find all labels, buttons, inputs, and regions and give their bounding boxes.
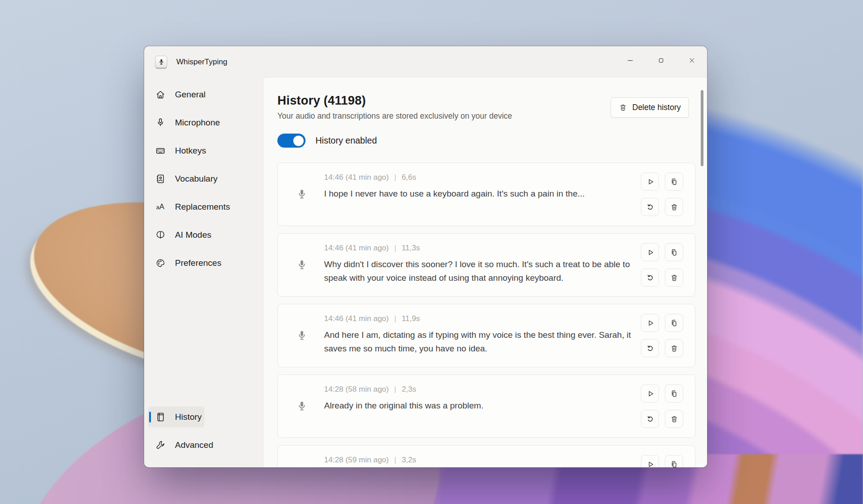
- copy-button[interactable]: [665, 455, 683, 467]
- history-entry-card: 14:28 (58 min ago) | 2,3s Already in the…: [277, 374, 695, 438]
- sidebar-spacer: [148, 281, 259, 407]
- page-header: History (41198) Your audio and transcrip…: [277, 94, 512, 121]
- entry-meta: 14:28 (58 min ago) | 2,3s: [324, 384, 632, 394]
- app-window: WhisperTyping General Microphone Hotkeys…: [144, 46, 707, 467]
- sidebar-item-general[interactable]: General: [148, 84, 208, 105]
- mic-icon: [296, 234, 308, 296]
- app-icon: [155, 56, 167, 68]
- copy-button[interactable]: [665, 384, 683, 403]
- nav-item-label: Replacements: [175, 202, 230, 212]
- entry-separator: |: [394, 173, 396, 182]
- sidebar-item-history[interactable]: History: [148, 407, 204, 427]
- sidebar-item-vocabulary[interactable]: Vocabulary: [148, 168, 220, 189]
- desktop: WhisperTyping General Microphone Hotkeys…: [0, 0, 863, 504]
- sidebar-nav-top: General Microphone Hotkeys Vocabulary Re…: [148, 84, 259, 281]
- close-button[interactable]: [676, 46, 707, 74]
- nav-item-label: AI Modes: [175, 230, 211, 240]
- trash-icon: [619, 103, 627, 112]
- copy-button[interactable]: [665, 314, 683, 332]
- content-panel: History (41198) Your audio and transcrip…: [263, 77, 707, 467]
- delete-history-label: Delete history: [632, 103, 681, 112]
- play-button[interactable]: [641, 173, 659, 191]
- entry-text: Why didn't I discover this sooner? I lov…: [324, 258, 632, 285]
- entry-separator: |: [394, 456, 396, 465]
- entry-time: 14:46 (41 min ago): [324, 173, 389, 182]
- entry-actions: [641, 163, 683, 226]
- mic-icon: [296, 163, 308, 226]
- delete-button[interactable]: [665, 198, 683, 216]
- sidebar: General Microphone Hotkeys Vocabulary Re…: [144, 78, 263, 467]
- entry-duration: 11,9s: [402, 314, 420, 323]
- nav-item-label: History: [175, 412, 202, 422]
- history-entry-card: 14:46 (41 min ago) | 11,3s Why didn't I …: [277, 233, 695, 297]
- history-enabled-toggle[interactable]: [277, 134, 305, 148]
- sidebar-item-advanced[interactable]: Advanced: [148, 435, 216, 456]
- titlebar: WhisperTyping: [144, 46, 707, 78]
- entry-body: 14:28 (59 min ago) | 3,2s: [324, 446, 632, 467]
- entry-meta: 14:46 (41 min ago) | 6,6s: [324, 173, 632, 182]
- nav-item-label: Hotkeys: [175, 146, 206, 156]
- history-toggle-row: History enabled: [277, 134, 377, 148]
- play-button[interactable]: [641, 314, 659, 332]
- copy-button[interactable]: [665, 243, 683, 261]
- entry-actions: [641, 234, 683, 296]
- entry-duration: 11,3s: [402, 244, 420, 253]
- delete-history-button[interactable]: Delete history: [611, 97, 689, 118]
- retry-button[interactable]: [641, 198, 659, 216]
- entry-duration: 6,6s: [402, 173, 416, 182]
- history-entry-card: 14:46 (41 min ago) | 6,6s I hope I never…: [277, 163, 695, 226]
- mic-icon: [296, 304, 308, 367]
- nav-item-label: Vocabulary: [175, 174, 218, 184]
- book-icon: [155, 412, 166, 422]
- brain-icon: [155, 230, 166, 240]
- sidebar-item-preferences[interactable]: Preferences: [148, 253, 224, 274]
- nav-item-label: Microphone: [175, 118, 220, 128]
- window-controls: [615, 46, 707, 74]
- entry-meta: 14:46 (41 min ago) | 11,9s: [324, 314, 632, 324]
- entry-body: 14:46 (41 min ago) | 6,6s I hope I never…: [324, 163, 632, 226]
- retry-button[interactable]: [641, 339, 659, 357]
- sidebar-item-microphone[interactable]: Microphone: [148, 112, 223, 133]
- sidebar-item-hotkeys[interactable]: Hotkeys: [148, 140, 209, 161]
- nav-item-label: General: [175, 90, 206, 100]
- entry-body: 14:46 (41 min ago) | 11,3s Why didn't I …: [324, 234, 632, 296]
- play-button[interactable]: [641, 455, 659, 467]
- entry-separator: |: [394, 244, 396, 253]
- mic-outline-icon: [155, 117, 166, 128]
- entry-time: 14:46 (41 min ago): [324, 314, 389, 323]
- page-subtitle: Your audio and transcriptions are stored…: [277, 111, 512, 121]
- entry-time: 14:28 (58 min ago): [324, 385, 389, 394]
- delete-button[interactable]: [665, 339, 683, 357]
- sidebar-item-replacements[interactable]: Replacements: [148, 197, 233, 217]
- history-entry-card: 14:46 (41 min ago) | 11,9s And here I am…: [277, 304, 695, 367]
- entry-duration: 2,3s: [402, 385, 416, 394]
- toggle-knob: [293, 135, 304, 146]
- entry-actions: [641, 446, 683, 467]
- entry-body: 14:28 (58 min ago) | 2,3s Already in the…: [324, 375, 632, 437]
- entry-time: 14:28 (59 min ago): [324, 456, 389, 465]
- entry-separator: |: [394, 385, 396, 394]
- play-button[interactable]: [641, 384, 659, 403]
- scrollbar-thumb[interactable]: [701, 90, 703, 166]
- mic-icon: [296, 375, 308, 437]
- sidebar-item-ai-modes[interactable]: AI Modes: [148, 225, 214, 245]
- retry-button[interactable]: [641, 269, 659, 287]
- sidebar-nav-bottom: History Advanced: [148, 407, 259, 463]
- history-enabled-label: History enabled: [315, 135, 377, 146]
- palette-icon: [155, 258, 166, 269]
- minimize-button[interactable]: [615, 46, 645, 74]
- entry-meta: 14:28 (59 min ago) | 3,2s: [324, 455, 632, 465]
- play-button[interactable]: [641, 243, 659, 261]
- entry-text: And here I am, dictating as if typing wi…: [324, 328, 632, 355]
- nav-item-label: Advanced: [175, 440, 213, 450]
- delete-button[interactable]: [665, 269, 683, 287]
- page-title: History (41198): [277, 94, 512, 108]
- delete-button[interactable]: [665, 410, 683, 428]
- retry-button[interactable]: [641, 410, 659, 428]
- entry-text: I hope I never have to use a keyboard ag…: [324, 187, 632, 201]
- replacements-icon: [155, 202, 166, 212]
- maximize-button[interactable]: [645, 46, 676, 74]
- nav-item-label: Preferences: [175, 258, 221, 268]
- app-title: WhisperTyping: [176, 46, 227, 78]
- copy-button[interactable]: [665, 173, 683, 191]
